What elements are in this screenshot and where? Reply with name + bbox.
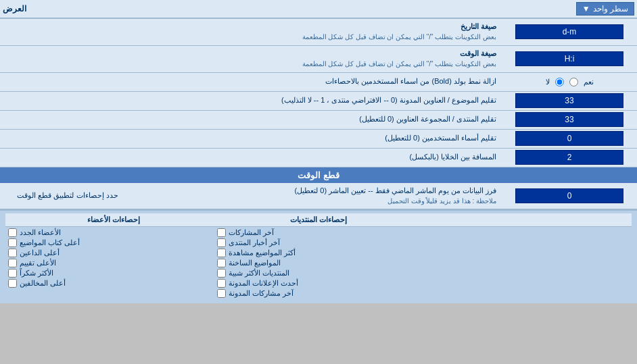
time-format-input[interactable] [515,51,623,66]
checkbox-aaaly-taqyeem[interactable] [8,259,17,267]
checkbox-label: آخر المشاركات [229,228,274,237]
checkboxes-section: إحصاءات المنتديات إحصاءات الأعضاء آخر ال… [0,209,637,303]
checkbox-aaaly-daeen[interactable] [8,249,17,257]
checkbox-aktar-shokran[interactable] [8,269,17,278]
checkbox-akhbar-muntada[interactable] [217,238,226,247]
list-item: أعلى كتاب المواضيع [8,238,212,247]
cutoff-row: فرز البيانات من يوم الماشر الماضي فقط --… [0,183,637,210]
checkbox-label: المواضيع الساخنة [229,259,281,267]
checkbox-label: آخر مشاركات المدونة [229,289,293,298]
checkbox-headers: إحصاءات المنتديات إحصاءات الأعضاء [5,213,632,227]
cell-spacing-row: المسافة بين الخلايا (بالبكسل) [0,149,637,167]
list-item: المواضيع الساخنة [217,259,421,267]
list-item: أكثر المواضيع مشاهدة [217,249,421,257]
time-format-input-container [502,50,637,68]
checkbox-label: الأعضاء الجدد [20,228,61,237]
bold-radio-container: نعم لا [502,74,637,90]
col2-header: إحصاءات المنتديات [216,215,421,224]
checkbox-col3 [423,227,632,301]
view-dropdown[interactable]: سطر واحد ▼ [576,2,634,16]
date-format-input-container [502,23,637,41]
list-item: آخر المشاركات [217,228,421,237]
forum-trim-label: تقليم المنتدى / المجموعة العناوين (0 للت… [0,111,502,127]
checkbox-label: أكثر المواضيع مشاهدة [229,249,296,257]
radio-yes-label: نعم [584,78,594,86]
topic-trim-row: تقليم الموضوع / العناوين المدونة (0 -- ا… [0,92,637,111]
col3-header [421,215,626,224]
checkbox-aktar-mawadeeh[interactable] [217,249,226,257]
list-item: أحدث الإعلانات المدونة [217,279,421,288]
cutoff-input[interactable] [515,188,623,203]
cell-spacing-label: المسافة بين الخلايا (بالبكسل) [0,149,502,165]
checkbox-label: الأعلى تقييم [20,259,56,267]
time-format-row: صيغة الوقت بعض التكوينات يتطلب "/" التي … [0,46,637,73]
header-right-label: العرض [3,4,26,14]
bold-remove-row: نعم لا ازالة نمط بولد (Bold) من اسماء ال… [0,73,637,92]
username-trim-input[interactable] [515,131,623,146]
checkbox-label: أحدث الإعلانات المدونة [229,279,298,288]
checkbox-muntadiaat-shabia[interactable] [217,269,226,278]
list-item: المنتديات الأكثر شبية [217,269,421,278]
list-item: آخر أخبار المنتدى [217,238,421,247]
date-format-input[interactable] [515,24,623,39]
checkbox-aadaa-jodod[interactable] [8,228,17,237]
cell-spacing-input[interactable] [515,150,623,165]
list-item: الأعلى تقييم [8,259,212,267]
list-item: الأكثر شكراً [8,269,212,278]
forum-trim-row: تقليم المنتدى / المجموعة العناوين (0 للت… [0,111,637,130]
cutoff-input-container [502,187,637,205]
bold-remove-label: ازالة نمط بولد (Bold) من اسماء المستخدمي… [0,74,502,89]
checkbox-mawadee-sakhina[interactable] [217,259,226,267]
topic-trim-input-container [502,92,637,109]
forum-trim-input-container [502,111,637,128]
stats-apply-label: حدد إحصاءات لتطبيق قطع الوقت [0,188,135,203]
checkbox-label: أعلى كتاب المواضيع [20,238,80,247]
checkbox-label: أعلى المخالفين [20,279,66,288]
username-trim-row: تقليم أسماء المستخدمين (0 للتعطيل) [0,130,637,149]
dropdown-section: سطر واحد ▼ [576,2,634,16]
date-format-row: صيغة التاريخ بعض التكوينات يتطلب "/" الت… [0,19,637,46]
username-trim-label: تقليم أسماء المستخدمين (0 للتعطيل) [0,130,502,146]
checkbox-label: المنتديات الأكثر شبية [229,269,289,278]
checkbox-mukhalifeen[interactable] [8,279,17,288]
cutoff-label: فرز البيانات من يوم الماشر الماضي فقط --… [135,183,502,209]
list-item: أعلى المخالفين [8,279,212,288]
username-trim-input-container [502,130,637,147]
radio-no-label: لا [546,78,550,86]
date-format-label: صيغة التاريخ بعض التكوينات يتطلب "/" الت… [0,19,502,45]
checkbox-label: الأكثر شكراً [20,269,53,278]
forum-trim-input[interactable] [515,112,623,127]
topic-trim-label: تقليم الموضوع / العناوين المدونة (0 -- ا… [0,93,502,108]
cell-spacing-input-container [502,149,637,166]
checkbox-col2: آخر المشاركات آخر أخبار المنتدى أكثر الم… [214,227,423,301]
checkbox-label: آخر أخبار المنتدى [229,238,280,247]
cutoff-section-header: قطع الوقت [0,167,637,183]
time-format-label: صيغة الوقت بعض التكوينات يتطلب "/" التي … [0,46,502,72]
dropdown-label: سطر واحد [593,4,628,14]
list-item: آخر مشاركات المدونة [217,289,421,298]
list-item: أعلى الداعين [8,249,212,257]
radio-yes[interactable] [569,78,578,86]
top-header-row: سطر واحد ▼ العرض [0,0,637,19]
checkbox-label: أعلى الداعين [20,249,60,257]
dropdown-arrow-icon: ▼ [582,4,590,14]
checkbox-akhir-mosharkaat-madwana[interactable] [217,289,226,298]
radio-no[interactable] [555,78,564,86]
col1-header: إحصاءات الأعضاء [11,215,216,224]
checkbox-kotab-mawadeeh[interactable] [8,238,17,247]
list-item: الأعضاء الجدد [8,228,212,237]
checkbox-col1: الأعضاء الجدد أعلى كتاب المواضيع أعلى ال… [5,227,214,301]
checkbox-akhir-musharkaat[interactable] [217,228,226,237]
topic-trim-input[interactable] [515,93,623,108]
checkboxes-grid: آخر المشاركات آخر أخبار المنتدى أكثر الم… [5,227,632,301]
checkbox-ahdat-elanat[interactable] [217,279,226,288]
